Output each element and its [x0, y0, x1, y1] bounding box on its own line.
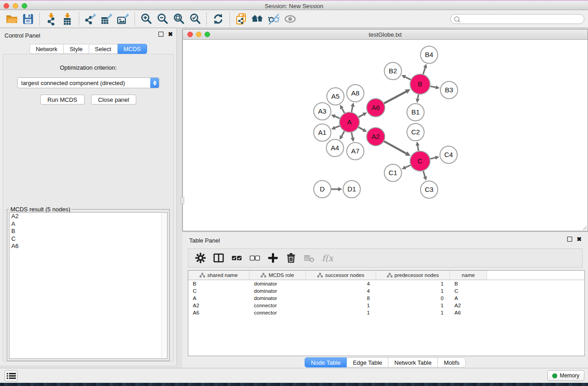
- export-table-button[interactable]: [99, 12, 115, 26]
- run-mcds-button[interactable]: Run MCDS: [40, 95, 85, 105]
- node-A[interactable]: A: [339, 112, 359, 132]
- node-table[interactable]: shared nameMCDS rolesuccessor nodesprede…: [188, 270, 585, 356]
- search-box[interactable]: [450, 14, 584, 24]
- import-table-button[interactable]: [59, 12, 76, 26]
- table-row[interactable]: A6connector11A6: [188, 309, 584, 316]
- combo-stepper-icon[interactable]: [150, 78, 159, 88]
- memory-button[interactable]: Memory: [547, 370, 584, 381]
- edge-A-A8[interactable]: [352, 106, 353, 112]
- delete-row-button[interactable]: [283, 250, 299, 266]
- node-B3[interactable]: B3: [440, 81, 458, 99]
- node-B[interactable]: B: [410, 74, 430, 94]
- resize-corner-icon[interactable]: [582, 225, 587, 230]
- node-C3[interactable]: C3: [421, 181, 438, 198]
- close-panel-button[interactable]: Close panel: [91, 95, 137, 105]
- node-A3[interactable]: A3: [314, 103, 331, 120]
- table-close-panel-icon[interactable]: ✖: [577, 237, 582, 242]
- edge-A-A1[interactable]: [335, 126, 340, 128]
- edge-C-C3[interactable]: [423, 171, 425, 177]
- tab-network[interactable]: Network: [29, 44, 64, 54]
- edge-C-C4[interactable]: [430, 158, 435, 159]
- panel-divider-grip[interactable]: [181, 197, 184, 204]
- tab-style[interactable]: Style: [64, 44, 89, 54]
- node-A6[interactable]: A6: [367, 99, 385, 117]
- edge-C-C1[interactable]: [406, 165, 411, 167]
- node-B1[interactable]: B1: [407, 104, 424, 121]
- task-history-button[interactable]: [5, 370, 18, 381]
- node-C2[interactable]: C2: [407, 124, 424, 141]
- column-header-MCDS-role[interactable]: MCDS role: [249, 271, 306, 280]
- function-builder-button[interactable]: f(x): [320, 250, 335, 266]
- save-session-button[interactable]: [20, 12, 36, 26]
- node-B4[interactable]: B4: [421, 46, 438, 63]
- node-B2[interactable]: B2: [384, 62, 402, 80]
- open-session-button[interactable]: [4, 12, 20, 26]
- edge-A2-C[interactable]: [384, 141, 406, 153]
- node-A2[interactable]: A2: [367, 128, 385, 146]
- hide-graphics-details-button[interactable]: [266, 12, 282, 26]
- node-C1[interactable]: C1: [384, 164, 402, 181]
- edge-B-B3[interactable]: [430, 86, 436, 87]
- export-image-button[interactable]: [115, 12, 131, 26]
- tab-node-table[interactable]: Node Table: [305, 357, 347, 367]
- import-network-button[interactable]: [43, 12, 59, 26]
- tab-mcds[interactable]: MCDS: [118, 44, 147, 54]
- node-D[interactable]: D: [314, 181, 331, 198]
- table-settings-button[interactable]: [193, 250, 208, 266]
- tab-select[interactable]: Select: [89, 44, 118, 54]
- add-row-button[interactable]: [265, 250, 281, 266]
- table-row[interactable]: A2connector11A2: [188, 302, 584, 309]
- table-row[interactable]: Adominator80A: [188, 295, 584, 302]
- node-A7[interactable]: A7: [347, 143, 364, 160]
- edge-A6-B[interactable]: [384, 91, 406, 103]
- column-header-successor-nodes[interactable]: successor nodes: [306, 271, 376, 280]
- mcds-result-list[interactable]: A2ABCA6: [9, 212, 167, 359]
- select-all-button[interactable]: [229, 250, 244, 266]
- node-A5[interactable]: A5: [327, 88, 344, 105]
- node-D1[interactable]: D1: [343, 181, 360, 198]
- mcds-result-item[interactable]: A: [10, 220, 167, 228]
- refresh-button[interactable]: [210, 12, 226, 26]
- mcds-result-item[interactable]: C: [10, 235, 167, 243]
- node-A8[interactable]: A8: [347, 85, 364, 102]
- node-C4[interactable]: C4: [440, 146, 457, 163]
- edge-A-A5[interactable]: [342, 108, 344, 113]
- zoom-out-button[interactable]: [154, 12, 171, 26]
- show-eye-button[interactable]: [282, 12, 298, 26]
- mcds-result-item[interactable]: A6: [10, 243, 167, 250]
- show-column-button[interactable]: [211, 250, 226, 266]
- column-header-name[interactable]: name: [450, 271, 487, 280]
- clone-network-button[interactable]: [233, 12, 249, 26]
- column-header-shared-name[interactable]: shared name: [188, 271, 249, 280]
- edge-A-A6[interactable]: [359, 114, 363, 117]
- delete-table-button[interactable]: [301, 250, 317, 266]
- network-graph[interactable]: A A1 A2 A3 A4 A5 A6 A7 A8 B B1 B2 B3 B4 …: [183, 40, 588, 231]
- zoom-selected-button[interactable]: [187, 12, 203, 26]
- network-window-titlebar[interactable]: testGlobe.txt: [183, 29, 588, 40]
- edge-B-B1[interactable]: [418, 95, 419, 99]
- zoom-in-button[interactable]: [138, 12, 154, 26]
- column-header-predecessor-nodes[interactable]: predecessor nodes: [376, 271, 450, 280]
- tab-network-table[interactable]: Network Table: [388, 357, 438, 367]
- table-row[interactable]: Bdominator41B: [188, 280, 584, 287]
- node-C[interactable]: C: [410, 151, 430, 171]
- edge-C-C2[interactable]: [418, 146, 419, 151]
- edge-B-B2[interactable]: [405, 77, 411, 80]
- float-panel-icon[interactable]: [158, 32, 163, 37]
- edge-A-A7[interactable]: [352, 133, 353, 138]
- edge-A-A3[interactable]: [335, 116, 340, 118]
- mcds-list-scrollbar[interactable]: [161, 213, 167, 358]
- cybrowser-home-button[interactable]: [249, 12, 266, 26]
- network-canvas[interactable]: A A1 A2 A3 A4 A5 A6 A7 A8 B B1 B2 B3 B4 …: [183, 40, 588, 231]
- zoom-fit-button[interactable]: [171, 12, 187, 26]
- edge-A-A4[interactable]: [342, 131, 344, 136]
- export-network-button[interactable]: [82, 12, 99, 26]
- mcds-result-item[interactable]: B: [10, 228, 167, 235]
- edge-B-B4[interactable]: [423, 68, 425, 74]
- optimization-criterion-select[interactable]: largest connected component (directed): [17, 77, 159, 88]
- node-A4[interactable]: A4: [326, 139, 344, 157]
- search-input[interactable]: [460, 16, 581, 22]
- mcds-result-item[interactable]: A2: [10, 213, 167, 220]
- edge-A-A2[interactable]: [359, 127, 363, 130]
- unselect-all-button[interactable]: [247, 250, 263, 266]
